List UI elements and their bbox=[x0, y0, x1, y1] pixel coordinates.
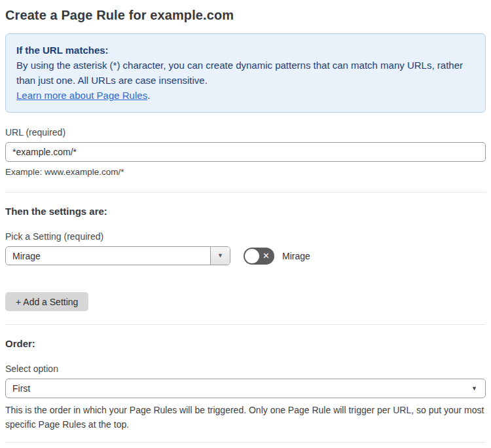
info-box-body: By using the asterisk (*) character, you… bbox=[16, 58, 475, 88]
toggle-knob bbox=[245, 249, 259, 263]
toggle-label: Mirage bbox=[282, 251, 310, 261]
url-helper-text: Example: www.example.com/* bbox=[5, 166, 486, 179]
setting-select-arrow-button[interactable]: ▼ bbox=[210, 247, 230, 265]
setting-picker-label: Pick a Setting (required) bbox=[5, 231, 486, 242]
learn-more-link[interactable]: Learn more about Page Rules bbox=[16, 90, 147, 101]
page-title: Create a Page Rule for example.com bbox=[5, 8, 486, 23]
mirage-toggle[interactable]: ✕ bbox=[244, 248, 274, 265]
url-input[interactable] bbox=[5, 142, 486, 162]
order-section-heading: Order: bbox=[5, 338, 486, 349]
info-box-heading: If the URL matches: bbox=[16, 43, 475, 58]
chevron-down-icon: ▼ bbox=[217, 253, 223, 259]
url-field-label: URL (required) bbox=[5, 127, 486, 138]
link-suffix: . bbox=[147, 90, 150, 101]
setting-select[interactable]: Mirage ▼ bbox=[5, 246, 230, 265]
toggle-off-x-icon: ✕ bbox=[263, 248, 270, 265]
setting-row: Mirage ▼ ✕ Mirage bbox=[5, 246, 486, 265]
divider bbox=[5, 324, 486, 325]
info-box-link-row: Learn more about Page Rules. bbox=[16, 88, 475, 103]
settings-section-heading: Then the settings are: bbox=[5, 206, 486, 217]
divider bbox=[5, 192, 486, 193]
add-setting-button[interactable]: + Add a Setting bbox=[5, 292, 88, 311]
order-select-value: First bbox=[12, 383, 30, 394]
order-select[interactable]: First ▼ bbox=[5, 379, 486, 398]
setting-select-value: Mirage bbox=[6, 251, 210, 261]
divider bbox=[5, 442, 486, 443]
order-helper-text: This is the order in which your Page Rul… bbox=[5, 403, 486, 432]
create-page-rule-panel: Create a Page Rule for example.com If th… bbox=[0, 0, 491, 448]
order-select-label: Select option bbox=[5, 364, 486, 374]
chevron-down-icon: ▼ bbox=[471, 386, 477, 392]
url-match-info-box: If the URL matches: By using the asteris… bbox=[5, 33, 486, 113]
